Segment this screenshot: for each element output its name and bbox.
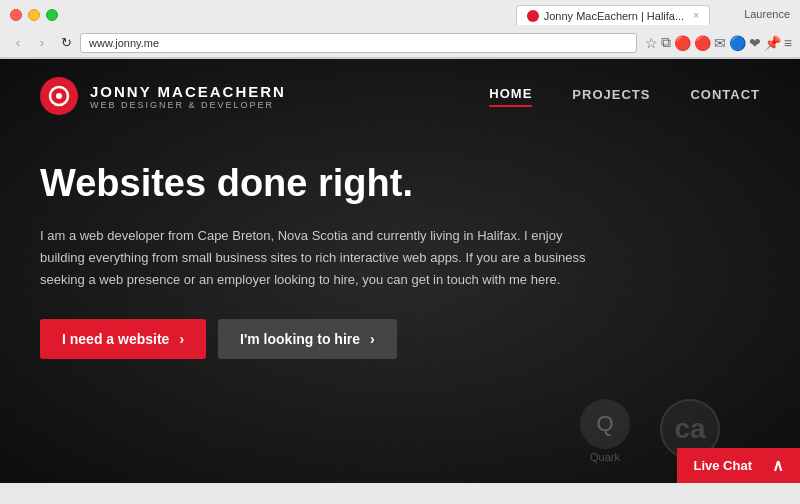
logo-svg <box>48 85 70 107</box>
address-text: www.jonny.me <box>89 37 159 49</box>
maximize-button[interactable] <box>46 9 58 21</box>
logo-icon <box>40 77 78 115</box>
quark-icon: Q <box>580 399 630 449</box>
forward-button[interactable]: › <box>32 33 52 53</box>
menu-icon[interactable]: ≡ <box>784 35 792 51</box>
extension-icon-6[interactable]: 📌 <box>764 35 781 51</box>
hero-buttons: I need a website › I'm looking to hire › <box>40 319 760 359</box>
tab-favicon <box>527 10 539 22</box>
nav-links: HOME PROJECTS CONTACT <box>489 86 760 107</box>
address-bar[interactable]: www.jonny.me <box>80 33 637 53</box>
btn-secondary-label: I'm looking to hire <box>240 331 360 347</box>
tab-close-icon[interactable]: × <box>693 10 699 21</box>
quark-text: Quark <box>590 451 620 463</box>
btn-primary-arrow: › <box>179 331 184 347</box>
live-chat-chevron-icon: ∧ <box>772 456 784 475</box>
btn-secondary-arrow: › <box>370 331 375 347</box>
extension-icon-1[interactable]: 🔴 <box>674 35 691 51</box>
toolbar-icons: ☆ ⧉ 🔴 🔴 ✉ 🔵 ❤ 📌 ≡ <box>645 34 792 51</box>
need-website-button[interactable]: I need a website › <box>40 319 206 359</box>
extension-icon-5[interactable]: ❤ <box>749 35 761 51</box>
extension-icon-3[interactable]: ✉ <box>714 35 726 51</box>
close-button[interactable] <box>10 9 22 21</box>
btn-primary-label: I need a website <box>62 331 169 347</box>
window-controls <box>10 9 58 21</box>
hero-title: Websites done right. <box>40 163 760 205</box>
live-chat-widget[interactable]: Live Chat ∧ <box>677 448 800 483</box>
minimize-button[interactable] <box>28 9 40 21</box>
browser-toolbar: ‹ › ↻ www.jonny.me ☆ ⧉ 🔴 🔴 ✉ 🔵 ❤ 📌 ≡ <box>0 28 800 58</box>
refresh-button[interactable]: ↻ <box>56 33 76 53</box>
nav-contact[interactable]: CONTACT <box>690 87 760 106</box>
logo-text: JONNY MACEACHERN WEB DESIGNER & DEVELOPE… <box>90 83 286 110</box>
nav-projects[interactable]: PROJECTS <box>572 87 650 106</box>
extension-icon-2[interactable]: 🔴 <box>694 35 711 51</box>
user-name: Laurence <box>744 8 790 20</box>
nav-home[interactable]: HOME <box>489 86 532 107</box>
hero-description: I am a web developer from Cape Breton, N… <box>40 225 600 291</box>
back-button[interactable]: ‹ <box>8 33 28 53</box>
extension-icon-4[interactable]: 🔵 <box>729 35 746 51</box>
bookmark-icon[interactable]: ☆ <box>645 35 658 51</box>
svg-point-1 <box>56 93 62 99</box>
website-container: JONNY MACEACHERN WEB DESIGNER & DEVELOPE… <box>0 59 800 483</box>
quark-logo: Q Quark <box>580 399 630 463</box>
hero-section: Websites done right. I am a web develope… <box>0 133 800 389</box>
browser-tab[interactable]: Jonny MacEachern | Halifa... × <box>516 5 710 25</box>
site-nav: JONNY MACEACHERN WEB DESIGNER & DEVELOPE… <box>0 59 800 133</box>
live-chat-label: Live Chat <box>693 458 752 473</box>
logo: JONNY MACEACHERN WEB DESIGNER & DEVELOPE… <box>40 77 286 115</box>
logo-name: JONNY MACEACHERN <box>90 83 286 100</box>
logo-subtitle: WEB DESIGNER & DEVELOPER <box>90 100 286 110</box>
looking-to-hire-button[interactable]: I'm looking to hire › <box>218 319 397 359</box>
layers-icon[interactable]: ⧉ <box>661 34 671 51</box>
tab-title: Jonny MacEachern | Halifa... <box>544 10 684 22</box>
